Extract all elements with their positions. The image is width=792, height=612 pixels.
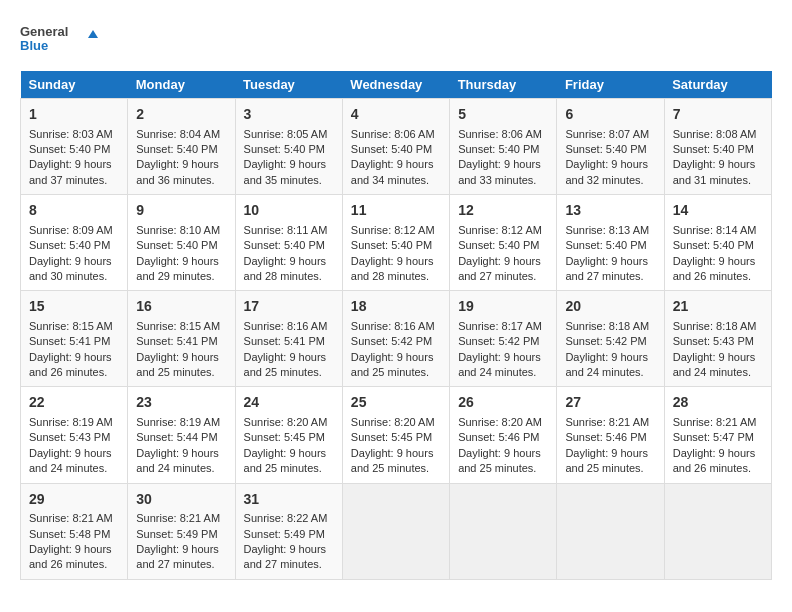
calendar-cell: 13Sunrise: 8:13 AMSunset: 5:40 PMDayligh… [557, 195, 664, 291]
svg-text:General: General [20, 24, 68, 39]
logo: General Blue General Blue [20, 20, 106, 55]
day-number: 23 [136, 393, 226, 413]
day-number: 6 [565, 105, 655, 125]
day-number: 12 [458, 201, 548, 221]
calendar-cell: 26Sunrise: 8:20 AMSunset: 5:46 PMDayligh… [450, 387, 557, 483]
day-number: 5 [458, 105, 548, 125]
day-number: 15 [29, 297, 119, 317]
calendar-header: SundayMondayTuesdayWednesdayThursdayFrid… [21, 71, 772, 99]
calendar-cell [342, 483, 449, 579]
svg-marker-2 [88, 30, 98, 38]
calendar-cell [557, 483, 664, 579]
day-number: 9 [136, 201, 226, 221]
day-number: 8 [29, 201, 119, 221]
day-number: 25 [351, 393, 441, 413]
calendar-cell: 7Sunrise: 8:08 AMSunset: 5:40 PMDaylight… [664, 99, 771, 195]
calendar-body: 1Sunrise: 8:03 AMSunset: 5:40 PMDaylight… [21, 99, 772, 580]
calendar-cell: 10Sunrise: 8:11 AMSunset: 5:40 PMDayligh… [235, 195, 342, 291]
day-number: 20 [565, 297, 655, 317]
day-number: 26 [458, 393, 548, 413]
calendar-cell: 14Sunrise: 8:14 AMSunset: 5:40 PMDayligh… [664, 195, 771, 291]
calendar-cell: 30Sunrise: 8:21 AMSunset: 5:49 PMDayligh… [128, 483, 235, 579]
calendar-cell: 21Sunrise: 8:18 AMSunset: 5:43 PMDayligh… [664, 291, 771, 387]
calendar-week-5: 29Sunrise: 8:21 AMSunset: 5:48 PMDayligh… [21, 483, 772, 579]
day-number: 24 [244, 393, 334, 413]
day-number: 30 [136, 490, 226, 510]
calendar-cell: 28Sunrise: 8:21 AMSunset: 5:47 PMDayligh… [664, 387, 771, 483]
day-number: 27 [565, 393, 655, 413]
calendar-cell [450, 483, 557, 579]
calendar-week-1: 1Sunrise: 8:03 AMSunset: 5:40 PMDaylight… [21, 99, 772, 195]
calendar-table: SundayMondayTuesdayWednesdayThursdayFrid… [20, 71, 772, 580]
day-header-tuesday: Tuesday [235, 71, 342, 99]
calendar-cell: 24Sunrise: 8:20 AMSunset: 5:45 PMDayligh… [235, 387, 342, 483]
calendar-week-3: 15Sunrise: 8:15 AMSunset: 5:41 PMDayligh… [21, 291, 772, 387]
calendar-cell: 4Sunrise: 8:06 AMSunset: 5:40 PMDaylight… [342, 99, 449, 195]
calendar-cell: 2Sunrise: 8:04 AMSunset: 5:40 PMDaylight… [128, 99, 235, 195]
calendar-cell [664, 483, 771, 579]
day-number: 4 [351, 105, 441, 125]
day-number: 2 [136, 105, 226, 125]
days-of-week-row: SundayMondayTuesdayWednesdayThursdayFrid… [21, 71, 772, 99]
logo-icon: General Blue [20, 20, 100, 55]
calendar-week-2: 8Sunrise: 8:09 AMSunset: 5:40 PMDaylight… [21, 195, 772, 291]
day-header-saturday: Saturday [664, 71, 771, 99]
day-header-monday: Monday [128, 71, 235, 99]
calendar-cell: 12Sunrise: 8:12 AMSunset: 5:40 PMDayligh… [450, 195, 557, 291]
day-number: 21 [673, 297, 763, 317]
day-number: 28 [673, 393, 763, 413]
day-number: 16 [136, 297, 226, 317]
day-number: 10 [244, 201, 334, 221]
calendar-cell: 9Sunrise: 8:10 AMSunset: 5:40 PMDaylight… [128, 195, 235, 291]
day-number: 14 [673, 201, 763, 221]
calendar-cell: 3Sunrise: 8:05 AMSunset: 5:40 PMDaylight… [235, 99, 342, 195]
day-number: 31 [244, 490, 334, 510]
calendar-cell: 29Sunrise: 8:21 AMSunset: 5:48 PMDayligh… [21, 483, 128, 579]
day-header-sunday: Sunday [21, 71, 128, 99]
day-number: 3 [244, 105, 334, 125]
calendar-cell: 17Sunrise: 8:16 AMSunset: 5:41 PMDayligh… [235, 291, 342, 387]
day-header-wednesday: Wednesday [342, 71, 449, 99]
day-number: 13 [565, 201, 655, 221]
day-number: 22 [29, 393, 119, 413]
calendar-cell: 6Sunrise: 8:07 AMSunset: 5:40 PMDaylight… [557, 99, 664, 195]
calendar-week-4: 22Sunrise: 8:19 AMSunset: 5:43 PMDayligh… [21, 387, 772, 483]
calendar-cell: 27Sunrise: 8:21 AMSunset: 5:46 PMDayligh… [557, 387, 664, 483]
calendar-cell: 25Sunrise: 8:20 AMSunset: 5:45 PMDayligh… [342, 387, 449, 483]
calendar-cell: 5Sunrise: 8:06 AMSunset: 5:40 PMDaylight… [450, 99, 557, 195]
day-number: 1 [29, 105, 119, 125]
day-number: 29 [29, 490, 119, 510]
calendar-cell: 19Sunrise: 8:17 AMSunset: 5:42 PMDayligh… [450, 291, 557, 387]
calendar-cell: 16Sunrise: 8:15 AMSunset: 5:41 PMDayligh… [128, 291, 235, 387]
calendar-cell: 22Sunrise: 8:19 AMSunset: 5:43 PMDayligh… [21, 387, 128, 483]
day-number: 7 [673, 105, 763, 125]
day-number: 19 [458, 297, 548, 317]
day-number: 11 [351, 201, 441, 221]
day-number: 18 [351, 297, 441, 317]
calendar-cell: 8Sunrise: 8:09 AMSunset: 5:40 PMDaylight… [21, 195, 128, 291]
page-header: General Blue General Blue [20, 20, 772, 55]
calendar-cell: 20Sunrise: 8:18 AMSunset: 5:42 PMDayligh… [557, 291, 664, 387]
day-header-thursday: Thursday [450, 71, 557, 99]
day-number: 17 [244, 297, 334, 317]
calendar-cell: 23Sunrise: 8:19 AMSunset: 5:44 PMDayligh… [128, 387, 235, 483]
calendar-cell: 15Sunrise: 8:15 AMSunset: 5:41 PMDayligh… [21, 291, 128, 387]
calendar-cell: 31Sunrise: 8:22 AMSunset: 5:49 PMDayligh… [235, 483, 342, 579]
calendar-cell: 11Sunrise: 8:12 AMSunset: 5:40 PMDayligh… [342, 195, 449, 291]
calendar-cell: 1Sunrise: 8:03 AMSunset: 5:40 PMDaylight… [21, 99, 128, 195]
day-header-friday: Friday [557, 71, 664, 99]
svg-text:Blue: Blue [20, 38, 48, 53]
calendar-cell: 18Sunrise: 8:16 AMSunset: 5:42 PMDayligh… [342, 291, 449, 387]
